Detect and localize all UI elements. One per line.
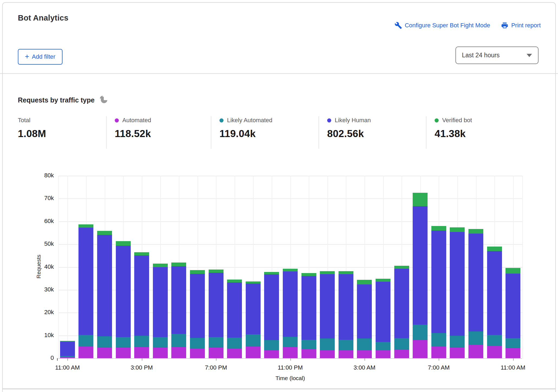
segment-likely-human — [60, 342, 75, 356]
plus-icon: + — [25, 53, 29, 60]
segment-likely-human — [413, 206, 428, 325]
segment-likely-human — [376, 282, 390, 342]
segment-automated — [227, 349, 242, 358]
chevron-down-icon — [527, 54, 532, 57]
stat-likely-automated: Likely Automated119.04k — [211, 116, 319, 149]
y-tick-label: 40k — [29, 263, 54, 270]
segment-likely-automated — [227, 338, 242, 349]
chart-bar-11-00-am[interactable] — [506, 268, 520, 358]
chart-bar-11-00-am[interactable] — [60, 341, 75, 358]
segment-verified-bot — [97, 231, 112, 235]
segment-likely-human — [506, 274, 520, 338]
stat-value: 119.04k — [219, 128, 319, 139]
chart-bar-1-00-am[interactable] — [320, 271, 335, 358]
chart-bar-8-00-am[interactable] — [450, 227, 465, 358]
segment-automated — [431, 347, 446, 358]
v-gridline — [67, 176, 68, 358]
y-tick-label: 80k — [29, 172, 54, 179]
segment-likely-human — [153, 267, 168, 337]
section-title: Requests by traffic type — [18, 96, 94, 104]
configure-super-bot-fight-mode-link[interactable]: Configure Super Bot Fight Mode — [395, 22, 490, 29]
segment-likely-human — [301, 276, 316, 340]
chart-bar-6-00-am[interactable] — [413, 193, 428, 358]
chart-bar-10-00-am[interactable] — [487, 247, 502, 358]
chart-bar-2-00-am[interactable] — [339, 271, 353, 358]
x-tick-label: 11:00 AM — [491, 364, 535, 371]
segment-likely-automated — [506, 338, 520, 348]
add-filter-button[interactable]: + Add filter — [18, 49, 63, 65]
segment-likely-automated — [116, 337, 131, 348]
chart-bar-7-00-pm[interactable] — [209, 270, 224, 358]
stat-label: Likely Automated — [227, 117, 273, 124]
segment-verified-bot — [506, 268, 520, 274]
stat-automated: Automated118.52k — [106, 116, 211, 149]
segment-likely-human — [78, 228, 93, 335]
segment-automated — [264, 350, 279, 358]
segment-likely-automated — [450, 336, 465, 347]
segment-likely-automated — [171, 334, 186, 347]
segment-likely-human — [134, 255, 149, 336]
segment-verified-bot — [468, 229, 483, 234]
segment-verified-bot — [320, 271, 335, 274]
segment-verified-bot — [357, 280, 372, 284]
chart-bar-3-00-am[interactable] — [357, 280, 372, 358]
segment-verified-bot — [227, 280, 242, 283]
segment-likely-automated — [357, 338, 372, 350]
segment-automated — [283, 347, 298, 358]
chart-bar-6-00-pm[interactable] — [190, 270, 205, 358]
segment-likely-automated — [431, 333, 446, 347]
time-range-select[interactable]: Last 24 hours — [455, 46, 539, 64]
chart-bar-7-00-am[interactable] — [431, 226, 446, 358]
x-tick-mark — [290, 358, 291, 361]
chart-bar-3-00-pm[interactable] — [134, 252, 149, 358]
chart-bar-1-00-pm[interactable] — [97, 231, 112, 358]
segment-verified-bot — [394, 266, 409, 269]
segment-verified-bot — [246, 281, 261, 284]
chart-bar-12-00-pm[interactable] — [78, 224, 93, 358]
chart-bar-9-00-am[interactable] — [468, 229, 483, 358]
v-gridline — [522, 176, 523, 358]
print-report-link[interactable]: Print report — [501, 22, 541, 29]
segment-likely-automated — [153, 337, 168, 348]
chart-bar-9-00-pm[interactable] — [246, 281, 261, 358]
segment-likely-automated — [413, 325, 428, 340]
chart-bar-8-00-pm[interactable] — [227, 280, 242, 358]
header-divider — [0, 73, 558, 74]
stat-value: 41.38k — [435, 128, 554, 139]
y-tick-label: 0 — [29, 354, 54, 361]
chart-bar-10-00-pm[interactable] — [264, 272, 279, 358]
segment-verified-bot — [450, 227, 465, 232]
x-tick-mark — [67, 358, 68, 361]
x-tick-label: 7:00 PM — [194, 364, 238, 371]
segment-automated — [320, 350, 335, 358]
y-tick-label: 10k — [29, 332, 54, 339]
segment-likely-automated — [190, 338, 205, 349]
segment-likely-automated — [468, 331, 483, 345]
segment-automated — [357, 350, 372, 358]
x-tick-mark — [142, 358, 142, 361]
add-filter-label: Add filter — [32, 53, 55, 60]
legend-dot-icon — [219, 118, 224, 122]
stat-value: 118.52k — [115, 128, 211, 139]
page-title: Bot Analytics — [18, 14, 68, 22]
segment-likely-human — [450, 232, 465, 336]
chart-bar-5-00-am[interactable] — [394, 266, 409, 358]
chart-bar-4-00-pm[interactable] — [153, 264, 168, 358]
printer-icon — [501, 22, 508, 29]
requests-chart: Requests Time (local) 010k20k30k40k50k60… — [58, 176, 522, 358]
segment-likely-human — [487, 251, 502, 335]
segment-likely-human — [468, 234, 483, 331]
segment-automated — [190, 349, 205, 358]
segment-likely-automated — [264, 340, 279, 350]
stat-label: Verified bot — [442, 117, 472, 124]
x-tick-label: 11:00 PM — [269, 364, 312, 371]
segment-automated — [376, 350, 390, 358]
chart-bar-11-00-pm[interactable] — [283, 269, 298, 358]
chart-bar-5-00-pm[interactable] — [171, 263, 186, 358]
chart-bar-4-00-am[interactable] — [376, 279, 390, 358]
chart-bar-12-00-am[interactable] — [301, 273, 316, 358]
segment-likely-automated — [320, 338, 335, 350]
segment-verified-bot — [431, 226, 446, 231]
chart-bar-2-00-pm[interactable] — [116, 241, 131, 358]
segment-likely-human — [209, 273, 224, 337]
